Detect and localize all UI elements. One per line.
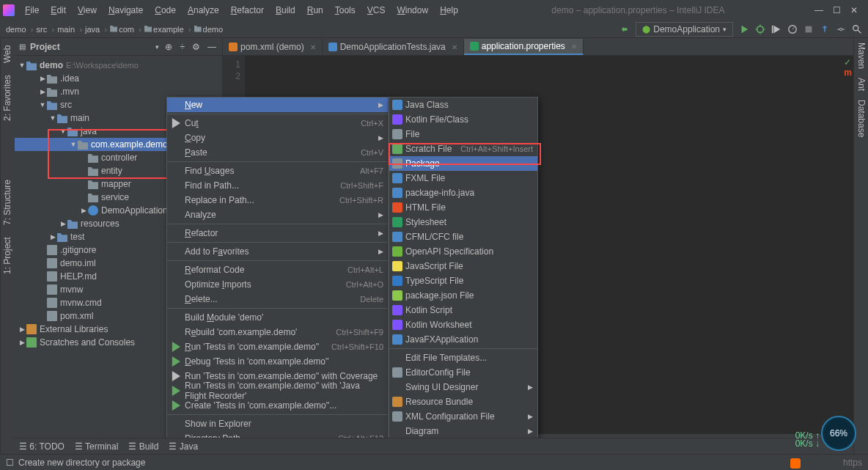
run-icon[interactable] [739,24,749,34]
vcs-commit-icon[interactable] [836,24,846,34]
tool-tab[interactable]: 2: Favorites [2,72,13,124]
context-menu[interactable]: New▶CutCtrl+XCopy▶PasteCtrl+VFind Usages… [166,97,389,470]
run-config-selector[interactable]: ⬤ DemoApplication ▾ [636,22,733,37]
menu-item[interactable]: Delete...Delete [167,292,388,306]
submenu-item[interactable]: OpenAPI Specification [389,244,537,259]
close-button[interactable]: ✕ [849,5,859,15]
inspection-indicator[interactable]: ✓ [843,57,852,67]
performance-widget[interactable]: 66% [821,416,856,451]
tool-tab[interactable]: Web [2,43,13,66]
vcs-update-icon[interactable] [820,24,830,34]
tool-tab[interactable]: Ant [856,78,867,91]
submenu-item[interactable]: Java Class [389,98,537,112]
submenu-item[interactable]: File [389,127,537,142]
search-icon[interactable] [852,24,862,34]
bottom-tab[interactable]: ☰ 6: TODO [19,441,65,452]
submenu-item[interactable]: JavaFXApplication [389,332,537,347]
menu-item[interactable]: Optimize ImportsCtrl+Alt+O [167,277,388,292]
tab[interactable]: application.properties✕ [464,39,584,55]
minimize-button[interactable]: — [814,5,824,15]
submenu-item[interactable]: Edit File Templates... [389,350,537,365]
submenu-item[interactable]: Resource Bundle [389,394,537,409]
menu-navigate[interactable]: Navigate [104,2,147,18]
menu-item[interactable]: Copy▶ [167,131,388,145]
menu-help[interactable]: Help [435,2,463,18]
stop-icon[interactable] [803,24,814,34]
menu-item[interactable]: PasteCtrl+V [167,145,388,160]
menu-item[interactable]: Find UsagesAlt+F7 [167,164,388,178]
menu-window[interactable]: Window [392,2,433,18]
menu-view[interactable]: View [73,2,101,18]
submenu-item[interactable]: package-info.java [389,186,537,200]
coverage-icon[interactable] [771,24,781,34]
tab[interactable]: DemoApplicationTests.java✕ [323,39,464,55]
submenu-item[interactable]: HTML File [389,200,537,215]
menu-file[interactable]: File [21,2,43,18]
submenu-item[interactable]: Stylesheet [389,215,537,230]
build-icon[interactable] [619,24,630,34]
menu-item[interactable]: Add to Favorites▶ [167,244,388,259]
breadcrumb[interactable]: src [37,25,55,34]
menu-refactor[interactable]: Refactor [227,2,268,18]
profile-icon[interactable] [787,24,798,34]
tool-tab[interactable] [2,165,13,171]
menu-edit[interactable]: Edit [46,2,70,18]
submenu-item[interactable]: Scratch FileCtrl+Alt+Shift+Insert [389,142,537,156]
tool-tab[interactable]: Maven [856,43,867,69]
tool-tab[interactable] [2,130,13,136]
menu-item[interactable]: Analyze▶ [167,208,388,222]
breadcrumb[interactable]: demo [6,25,34,34]
tab[interactable]: pom.xml (demo)✕ [223,39,323,55]
tree-row[interactable]: ▶.idea [15,72,222,85]
breadcrumb[interactable]: demo [194,25,231,34]
tool-tab[interactable]: 7: Structure [2,177,13,228]
menu-item[interactable]: Replace in Path...Ctrl+Shift+R [167,193,388,208]
submenu-item[interactable]: Kotlin Worksheet [389,317,537,332]
tool-window-quick-access-icon[interactable]: ☐ [6,458,14,468]
close-tab-icon[interactable]: ✕ [452,43,457,51]
submenu-item[interactable]: package.json File [389,288,537,303]
menu-item[interactable]: Find in Path...Ctrl+Shift+F [167,178,388,193]
breadcrumb[interactable]: com [110,25,141,34]
tree-root[interactable]: ▼ demo E:\Workspace\demo [15,59,222,72]
menu-analyze[interactable]: Analyze [183,2,224,18]
menu-item[interactable]: CutCtrl+X [167,116,388,131]
maven-icon[interactable]: m [844,67,852,78]
bottom-tab[interactable]: ☰ Java [169,441,198,452]
menu-item[interactable]: Debug 'Tests in 'com.example.demo'' [167,354,388,369]
bottom-tab[interactable]: ☰ Build [128,441,158,452]
breadcrumb[interactable]: main [57,25,82,34]
submenu-item[interactable]: CFML/CFC file [389,230,537,244]
menu-item[interactable]: Refactor▶ [167,226,388,240]
maximize-button[interactable]: ☐ [831,5,842,15]
close-tab-icon[interactable]: ✕ [571,43,577,51]
hide-icon[interactable]: — [206,40,218,54]
submenu-item[interactable]: Package [389,156,537,171]
sogou-icon[interactable] [790,458,801,469]
menu-vcs[interactable]: VCS [363,2,390,18]
menu-tools[interactable]: Tools [331,2,360,18]
menu-build[interactable]: Build [271,2,300,18]
close-tab-icon[interactable]: ✕ [310,43,316,51]
scroll-from-source-icon[interactable]: ⊕ [163,40,174,54]
settings-icon[interactable]: ⚙ [191,40,202,54]
menu-item[interactable]: Build Module 'demo' [167,310,388,325]
submenu-item[interactable]: FXML File [389,171,537,186]
submenu-item[interactable]: Diagram▶ [389,424,537,438]
submenu-item[interactable]: TypeScript File [389,273,537,288]
submenu-item[interactable]: Kotlin Script [389,303,537,317]
collapse-icon[interactable]: ÷ [178,40,186,54]
breadcrumb[interactable]: java [85,25,107,34]
debug-icon[interactable] [755,24,765,34]
menu-item[interactable]: Reformat CodeCtrl+Alt+L [167,262,388,277]
menu-item[interactable]: New▶ [167,98,388,112]
tool-tab[interactable] [2,142,13,147]
tool-tab[interactable] [2,153,13,159]
new-submenu[interactable]: Java ClassKotlin File/ClassFileScratch F… [389,97,538,470]
tool-tab[interactable]: Database [856,100,867,137]
menu-item[interactable]: Run 'Tests in 'com.example.demo'' with '… [167,383,388,398]
submenu-item[interactable]: JavaScript File [389,259,537,273]
submenu-item[interactable]: Kotlin File/Class [389,112,537,127]
menu-item[interactable]: Rebuild 'com.example.demo'Ctrl+Shift+F9 [167,325,388,339]
menu-code[interactable]: Code [150,2,180,18]
